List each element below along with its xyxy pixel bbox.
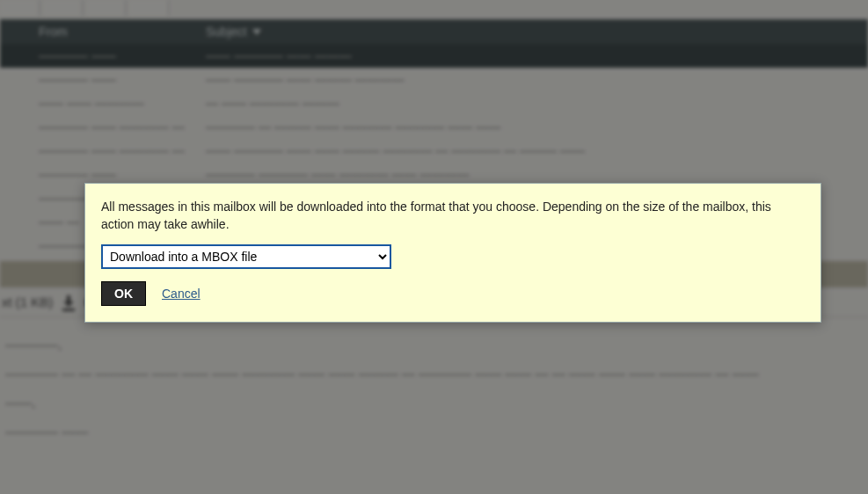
- dialog-actions: OK Cancel: [101, 281, 805, 306]
- download-format-select[interactable]: Download into a MBOX file: [101, 244, 391, 269]
- ok-button[interactable]: OK: [101, 281, 146, 306]
- cancel-link[interactable]: Cancel: [162, 287, 201, 301]
- download-mailbox-dialog: All messages in this mailbox will be dow…: [84, 183, 821, 323]
- dialog-message: All messages in this mailbox will be dow…: [101, 198, 805, 234]
